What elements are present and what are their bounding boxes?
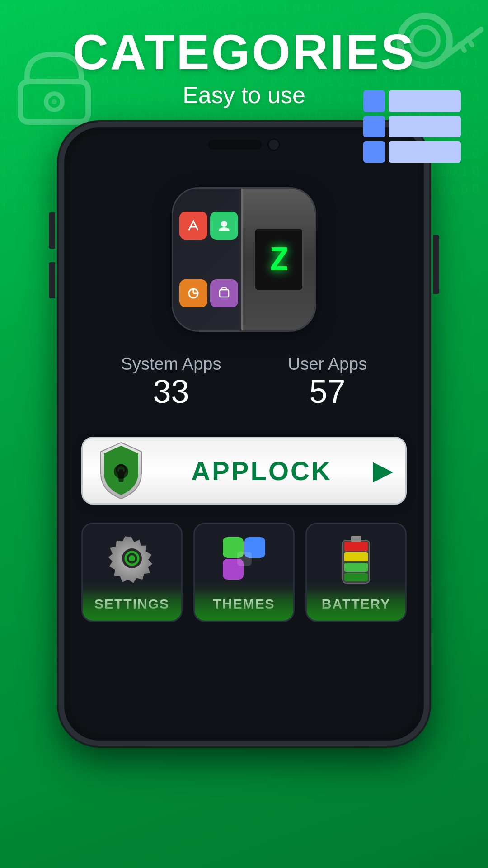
system-apps-count: 33 [153, 374, 189, 410]
svg-point-19 [129, 555, 135, 561]
svg-point-9 [221, 221, 227, 227]
svg-rect-16 [119, 469, 123, 476]
shield-icon [92, 439, 150, 502]
speaker-grille [208, 140, 262, 149]
list-bar-2 [389, 116, 461, 137]
list-view-icon [363, 90, 461, 163]
svg-rect-27 [344, 552, 368, 561]
volume-down-button [49, 262, 55, 298]
system-apps-label: System Apps [121, 354, 221, 374]
user-apps-count: 57 [310, 374, 346, 410]
svg-rect-26 [344, 542, 368, 551]
phone-notch [208, 138, 280, 151]
svg-rect-28 [344, 563, 368, 572]
applock-app-icon: Z [172, 187, 316, 332]
settings-gear-icon [107, 533, 157, 583]
app-icon-area: Z [172, 187, 316, 332]
list-square-1 [363, 90, 385, 112]
applock-label: APPLOCK [164, 456, 359, 486]
themes-green-bottom [195, 589, 293, 621]
list-square-3 [363, 141, 385, 163]
page-title: CATEGORIES [72, 27, 415, 77]
mini-app-2 [210, 212, 238, 240]
mini-app-3 [179, 279, 207, 307]
app-icon-right-panel: Z [241, 189, 315, 330]
mini-app-4 [210, 279, 238, 307]
settings-green-bottom [83, 589, 181, 621]
system-apps-stat: System Apps 33 [121, 354, 221, 410]
list-bar-1 [389, 90, 461, 112]
svg-point-2 [52, 99, 57, 104]
volume-up-button [49, 212, 55, 249]
themes-icon [219, 533, 269, 583]
settings-button[interactable]: SETTINGS [81, 523, 183, 622]
battery-green-bottom [307, 589, 405, 621]
list-bar-3 [389, 141, 461, 163]
battery-icon [338, 531, 374, 585]
user-apps-stat: User Apps 57 [288, 354, 367, 410]
phone-screen: Z System Apps 33 User Apps 57 [70, 133, 418, 735]
svg-rect-25 [351, 536, 361, 542]
front-camera [267, 138, 280, 151]
themes-button[interactable]: THEMES [193, 523, 295, 622]
app-icon-left-panel [173, 189, 244, 330]
vault-letter: Z [269, 241, 288, 278]
bottom-buttons-row: SETTINGS [81, 523, 407, 622]
user-apps-label: User Apps [288, 354, 367, 374]
settings-icon-area [83, 524, 181, 593]
svg-rect-13 [220, 290, 229, 297]
applock-arrow-icon: ▶ [373, 457, 392, 485]
svg-rect-29 [344, 573, 368, 581]
phone-frame: Z System Apps 33 User Apps 57 [59, 122, 429, 746]
applock-button[interactable]: APPLOCK ▶ [81, 437, 407, 505]
svg-rect-23 [237, 552, 252, 566]
vault-display: Z [254, 228, 304, 291]
power-button [433, 235, 439, 294]
battery-icon-area [307, 524, 405, 593]
mini-app-1 [179, 212, 207, 240]
list-square-2 [363, 116, 385, 137]
stats-area: System Apps 33 User Apps 57 [70, 354, 418, 410]
themes-icon-area [195, 524, 293, 593]
battery-button[interactable]: BATTERY [305, 523, 407, 622]
phone-mockup: Z System Apps 33 User Apps 57 [59, 122, 429, 746]
